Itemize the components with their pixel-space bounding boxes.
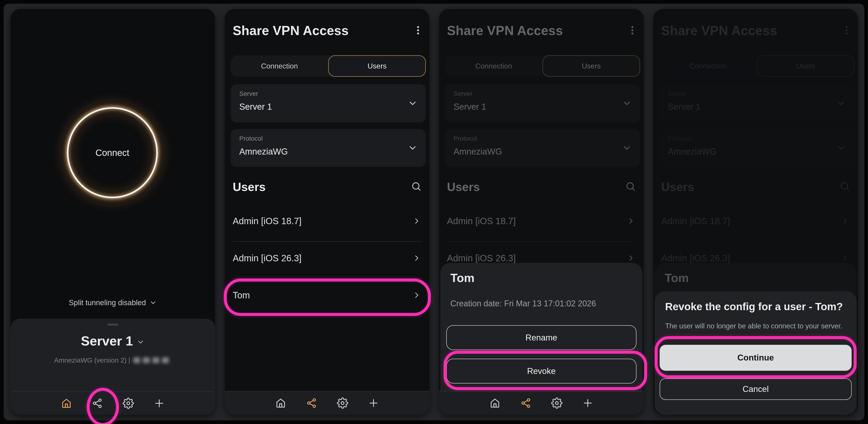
user-row[interactable]: Admin [iOS 18.7] bbox=[233, 211, 423, 231]
screenshot-montage: Connect Split tunneling disabled Server … bbox=[4, 4, 864, 420]
user-row-label: Admin [iOS 26.3] bbox=[447, 253, 516, 263]
server-dropdown-value: Server 1 bbox=[454, 102, 486, 112]
users-heading: Users bbox=[661, 180, 694, 194]
chevron-down-icon bbox=[136, 338, 145, 346]
users-heading: Users bbox=[233, 180, 266, 194]
chevron-down-icon bbox=[836, 143, 846, 153]
tab-users[interactable]: Users bbox=[328, 55, 426, 77]
server-meta-line: AmneziaWG (version 2) | bbox=[10, 356, 215, 364]
server-dropdown-label: Server bbox=[454, 90, 472, 97]
tab-connection[interactable]: Connection bbox=[231, 55, 328, 77]
sheet-user-name: Tom bbox=[665, 271, 689, 285]
plus-icon[interactable] bbox=[582, 397, 593, 409]
user-row[interactable]: Admin [iOS 26.3] bbox=[233, 248, 423, 268]
redacted-ip-blur bbox=[133, 357, 172, 363]
tab-bar: Connection Users bbox=[231, 55, 426, 77]
chevron-down-icon bbox=[836, 98, 846, 108]
home-icon[interactable] bbox=[61, 398, 72, 409]
tab-connection: Connection bbox=[445, 55, 542, 77]
row-divider bbox=[447, 241, 636, 242]
user-row-label: Admin [iOS 26.3] bbox=[661, 253, 730, 263]
row-divider bbox=[661, 241, 850, 242]
kebab-menu-icon bbox=[840, 24, 853, 37]
dialog-title: Revoke the config for a user - Tom? bbox=[665, 300, 847, 313]
server-selector[interactable]: Server 1 bbox=[10, 333, 215, 349]
protocol-dropdown-label: Protocol bbox=[454, 135, 477, 142]
search-icon bbox=[625, 181, 636, 192]
kebab-menu-icon[interactable] bbox=[412, 24, 425, 37]
chevron-right-icon bbox=[841, 216, 850, 225]
server-dropdown-value: Server 1 bbox=[239, 102, 272, 112]
chevron-down-icon bbox=[149, 299, 157, 307]
protocol-dropdown: Protocol AmneziaWG bbox=[445, 129, 640, 167]
split-tunneling-toggle[interactable]: Split tunneling disabled bbox=[10, 298, 215, 307]
server-dropdown: Server Server 1 bbox=[445, 84, 640, 122]
user-row-label: Admin [iOS 26.3] bbox=[233, 253, 301, 263]
dialog-subtitle: The user will no longer be able to conne… bbox=[665, 322, 850, 330]
annotation-highlight-tom-row bbox=[224, 279, 431, 316]
tab-bar: Connection Users bbox=[659, 55, 854, 77]
sheet-creation-date: Creation date: Fri Mar 13 17:01:02 2026 bbox=[451, 299, 596, 308]
page-title: Share VPN Access bbox=[233, 23, 349, 38]
chevron-down-icon bbox=[408, 98, 417, 108]
connect-button[interactable]: Connect bbox=[67, 107, 158, 198]
user-row-label: Admin [iOS 18.7] bbox=[233, 216, 301, 226]
chevron-down-icon bbox=[408, 143, 417, 153]
chevron-right-icon bbox=[412, 253, 421, 263]
share-icon[interactable] bbox=[520, 397, 532, 409]
annotation-highlight-share-icon bbox=[87, 388, 119, 424]
chevron-down-icon bbox=[622, 143, 632, 153]
plus-icon[interactable] bbox=[368, 397, 379, 409]
chevron-right-icon bbox=[412, 216, 421, 225]
chevron-right-icon bbox=[841, 253, 850, 263]
connect-button-label: Connect bbox=[96, 148, 129, 158]
sheet-drag-handle[interactable] bbox=[107, 324, 118, 326]
chevron-right-icon bbox=[626, 216, 636, 225]
plus-icon[interactable] bbox=[154, 398, 165, 409]
protocol-dropdown-label: Protocol bbox=[668, 135, 691, 142]
protocol-dropdown[interactable]: Protocol AmneziaWG bbox=[231, 129, 426, 167]
server-meta-text: AmneziaWG (version 2) | bbox=[54, 356, 130, 364]
bottom-nav bbox=[225, 391, 429, 415]
tab-bar: Connection Users bbox=[445, 55, 640, 77]
share-icon[interactable] bbox=[306, 397, 317, 409]
user-row-label: Admin [iOS 18.7] bbox=[661, 216, 730, 226]
kebab-menu-icon bbox=[626, 24, 639, 37]
protocol-dropdown-value: AmneziaWG bbox=[239, 147, 288, 157]
users-heading: Users bbox=[447, 180, 480, 194]
server-name: Server 1 bbox=[81, 333, 133, 349]
user-row: Admin [iOS 18.7] bbox=[661, 211, 851, 231]
phone-screen-share-users: Share VPN Access Connection Users Server… bbox=[225, 9, 429, 415]
page-title: Share VPN Access bbox=[447, 23, 563, 38]
cancel-button[interactable]: Cancel bbox=[660, 378, 851, 400]
search-icon bbox=[839, 181, 850, 192]
search-icon[interactable] bbox=[411, 181, 422, 192]
server-dropdown: Server Server 1 bbox=[659, 84, 854, 122]
server-dropdown-value: Server 1 bbox=[668, 102, 701, 112]
split-tunneling-label: Split tunneling disabled bbox=[69, 298, 146, 307]
bottom-nav bbox=[439, 391, 644, 415]
home-icon[interactable] bbox=[489, 397, 501, 409]
annotation-highlight-revoke-button bbox=[443, 351, 647, 390]
chevron-right-icon bbox=[626, 253, 636, 263]
protocol-dropdown-value: AmneziaWG bbox=[668, 147, 716, 157]
protocol-dropdown: Protocol AmneziaWG bbox=[659, 129, 854, 167]
phone-screen-connect: Connect Split tunneling disabled Server … bbox=[10, 9, 215, 415]
gear-icon[interactable] bbox=[123, 398, 134, 409]
sheet-user-name: Tom bbox=[451, 271, 474, 285]
user-row-label: Admin [iOS 18.7] bbox=[447, 216, 516, 226]
protocol-dropdown-label: Protocol bbox=[239, 135, 263, 142]
rename-button[interactable]: Rename bbox=[446, 325, 637, 350]
server-dropdown-label: Server bbox=[239, 90, 258, 97]
home-icon[interactable] bbox=[275, 397, 286, 409]
user-row: Admin [iOS 18.7] bbox=[447, 211, 637, 231]
gear-icon[interactable] bbox=[551, 397, 562, 409]
tab-users: Users bbox=[542, 55, 640, 77]
gear-icon[interactable] bbox=[337, 397, 348, 409]
page-title: Share VPN Access bbox=[661, 23, 777, 38]
chevron-down-icon bbox=[622, 98, 632, 108]
tab-users: Users bbox=[757, 55, 854, 77]
server-dropdown[interactable]: Server Server 1 bbox=[231, 84, 426, 122]
protocol-dropdown-value: AmneziaWG bbox=[454, 147, 502, 157]
tab-connection: Connection bbox=[659, 55, 757, 77]
